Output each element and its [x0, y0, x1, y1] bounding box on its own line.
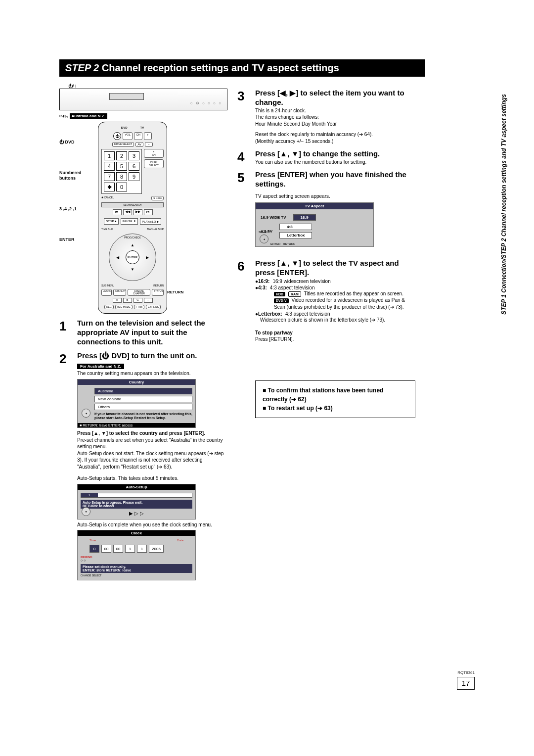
remote-scode: S Code — [151, 196, 164, 200]
page-header: STEP 2 Channel reception settings and TV… — [59, 59, 425, 77]
right-arrow-icon: ▶ — [146, 255, 149, 260]
dvdv-chip: DVD-V — [274, 298, 289, 303]
clock-year: 2006 — [149, 545, 164, 553]
def-letterbox-text: 4:3 aspect television — [285, 311, 330, 317]
eg-label: e.g., Australia and N.Z. — [59, 113, 227, 119]
region-tag-2: For Australia and N.Z. — [77, 364, 124, 369]
key-6: 6 — [129, 162, 139, 171]
region-tag: Australia and N.Z. — [70, 113, 107, 119]
remote-status: STATUS — [152, 289, 164, 296]
remote-display: DISPLAY — [113, 289, 126, 296]
country-panel-note: If your favourite channel is not receive… — [94, 412, 192, 421]
step-4-title: Press [▲, ▼] to change the setting. — [255, 149, 415, 159]
autosetup-note2: RETURN: to cancel — [83, 504, 190, 508]
color-a: A — [113, 298, 122, 303]
step-2-line5: Auto-Setup starts. This takes about 5 mi… — [77, 475, 227, 482]
remote-ch-chip: CH — [134, 132, 142, 140]
progress-bar: 1 — [81, 493, 192, 498]
country-opt-australia: Australia — [94, 388, 192, 394]
step-3-number: 3 — [237, 89, 250, 144]
remote-rec: REC — [104, 305, 114, 309]
step-6-number: 6 — [237, 259, 250, 418]
color-b: B — [123, 298, 132, 303]
remote-power-icon: ⏻ — [113, 132, 121, 140]
ffwd-icon: ▶▶ — [134, 209, 142, 215]
play-arrows-icon: ▶ ▷ ▷ — [81, 511, 192, 516]
key-2: 2 — [116, 151, 127, 160]
color-d: – — [144, 298, 153, 303]
def-letterbox-label: ●Letterbox: — [255, 311, 282, 317]
key-1: 1 — [104, 151, 115, 160]
step-3-l4: (Monthly accuracy +/− 15 seconds.) — [255, 138, 415, 145]
clock-change-select: CHANGE SELECT — [81, 574, 192, 577]
rewind-icon: ◀◀ — [123, 209, 132, 215]
step-1-title: Turn on the television and select the ap… — [77, 319, 227, 346]
remote-ch-up-icon: ∧CH — [144, 149, 164, 158]
remote-plus-chip: + — [144, 132, 152, 140]
numbered-buttons-label: Numbered buttons — [59, 170, 98, 182]
tv-opt-letterbox: Letterbox — [279, 232, 312, 238]
step-4-l1: You can also use the numbered buttons fo… — [255, 159, 415, 166]
joystick-icon: ✦ — [82, 409, 90, 418]
clock-second: 00 — [113, 545, 123, 553]
dvd-tray-icon — [109, 93, 144, 100]
step-3-title: Press [◀, ▶] to select the item you want… — [255, 89, 415, 107]
step-5-title: Press [ENTER] when you have finished the… — [255, 170, 415, 189]
tv-aspect-title: TV Aspect — [256, 203, 373, 209]
clock-minute: 00 — [101, 545, 111, 553]
tv-opt-43: 4:3 — [279, 224, 312, 230]
key-9: 9 — [129, 172, 139, 181]
doc-code: RQT8361 — [457, 670, 475, 675]
step-2-line4: Auto-Setup does not start. The clock set… — [77, 450, 227, 471]
tv-row-169: 16:9 WIDE TV — [261, 215, 286, 220]
key-8: 8 — [116, 172, 127, 181]
remote-color-buttons: A B C – — [113, 298, 153, 303]
remote-drive-select: DRIVE SELECT — [112, 142, 134, 147]
skip-fwd-icon: ⏭ — [144, 209, 153, 215]
tv-opt-169: 16:9 — [293, 214, 316, 221]
clock-date-label: Date — [177, 539, 183, 542]
remote-tv-label: TV — [140, 126, 144, 129]
power-glyph-label: ⏻/ I — [68, 84, 227, 89]
remote-timeslip: TIME SLIP — [101, 228, 113, 231]
step-label: STEP 2 — [65, 62, 99, 73]
stop-partway-text: Press [RETURN]. — [255, 336, 415, 343]
step-2-line3: Pre-set channels are set when you select… — [77, 437, 227, 450]
side-running-head: STEP 1 Connection/STEP 2 Channel recepti… — [500, 94, 507, 315]
return-hint: RETURN — [283, 242, 295, 245]
joystick-icon-2: ● — [82, 507, 90, 516]
power-dvd-label: ⏻ DVD — [59, 140, 98, 145]
remote-recmode: REC MODE — [115, 305, 133, 309]
ring-top-label: PROG/CHECK — [124, 236, 141, 239]
chip-line-1: Titles are recorded as they appear on sc… — [304, 291, 403, 296]
remote-keypad: 1 2 3 4 5 6 7 8 9 ✱ 0 — [101, 149, 142, 194]
remote-minus-chip: − — [145, 142, 153, 147]
up-arrow-icon: ▲ — [131, 243, 134, 247]
key-5: 5 — [116, 162, 127, 171]
clock-cells: 0 00 00 1 1 2006 — [89, 545, 192, 553]
remote-av-chip: AV — [135, 142, 143, 147]
page-footer: RQT8361 17 — [457, 670, 475, 690]
notes-box: ■ To confirm that stations have been tun… — [255, 380, 415, 418]
country-panel-title: Country — [78, 379, 195, 385]
enter-label: ENTER — [59, 237, 98, 243]
progress-value: 1 — [81, 493, 98, 497]
clock-note: Please set clock manually. — [83, 565, 190, 568]
key-0: 0 — [116, 183, 127, 191]
remote-return: RETURN — [153, 284, 164, 287]
def-letterbox-sub: Widescreen picture is shown in the lette… — [260, 317, 415, 324]
dvd-controls-icon: ○ ⊙ ○ ○ ○ ○ — [190, 101, 222, 105]
clock-panel: Clock Time Date 0 00 00 1 1 2006 — [77, 530, 196, 580]
clock-month: 1 — [137, 545, 147, 553]
page-number: 17 — [457, 677, 475, 690]
step-2-line6: Auto-Setup is complete when you see the … — [77, 521, 227, 528]
left-arrow-icon: ◀ — [116, 255, 119, 260]
key-7: 7 — [104, 172, 115, 181]
def-43-text: 4:3 aspect television — [270, 285, 315, 290]
key-3: 3 — [129, 151, 139, 160]
enter-hint: ENTER — [270, 242, 280, 245]
notes-line-1: ■ To confirm that stations have been tun… — [263, 386, 408, 404]
clock-title: Clock — [78, 530, 195, 536]
ram-chip: RAM — [288, 291, 301, 297]
step-5-l1: TV aspect setting screen appears. — [255, 193, 415, 200]
